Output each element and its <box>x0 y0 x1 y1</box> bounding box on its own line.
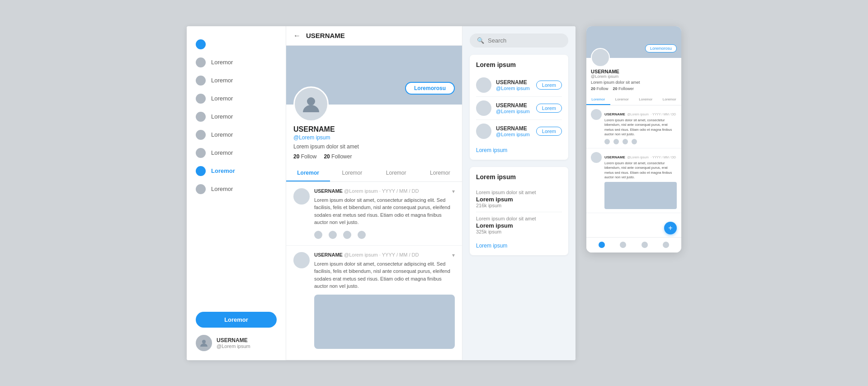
profile-avatar-wrap: Loremorosu <box>293 86 455 122</box>
trends-show-more[interactable]: Lorem ipsum <box>476 243 562 249</box>
tweet-avatar-1 <box>293 252 310 268</box>
trend-topic-0: Lorem ipsum <box>476 196 562 203</box>
mobile-follow-button[interactable]: Loremorosu <box>645 44 677 52</box>
tweet-user-info-1: USERNAME @Lorem ipsum · YYYY / MM / DD <box>314 252 419 257</box>
mobile-avatar-wrap: Loremorosu <box>591 48 677 67</box>
mobile-nav-dot-3[interactable] <box>663 242 669 248</box>
sidebar-item-6[interactable]: Loremor <box>187 144 286 162</box>
mobile-follower-count: 20 Follower <box>613 86 634 91</box>
mobile-tab-3[interactable]: Loremor <box>658 95 682 105</box>
tweet-action-dot-0[interactable] <box>314 231 322 239</box>
suggestion-avatar-1 <box>476 100 491 116</box>
suggestion-btn-2[interactable]: Lorem <box>536 127 562 136</box>
sidebar-label-8: Loremor <box>211 186 233 192</box>
trend-desc-1: Lorem ipsum dolor sit amet <box>476 216 562 221</box>
sidebar-item-0[interactable] <box>187 35 286 53</box>
suggestions-show-more[interactable]: Lorem ipsum <box>476 147 562 153</box>
mobile-tweet-user-1: USERNAME @Lorem ipsum · YYYY / MM / DD <box>604 152 677 160</box>
mobile-handle: @Lorem ipsum <box>591 74 677 79</box>
chevron-down-icon-0[interactable]: ▾ <box>452 188 455 195</box>
mobile-avatar <box>591 48 610 67</box>
search-bar[interactable]: 🔍 <box>470 33 568 48</box>
sidebar-item-8[interactable]: Loremor <box>187 180 286 198</box>
follow-count: 20 Follow <box>293 153 316 160</box>
trends-title: Lorem ipsum <box>476 173 562 181</box>
tweet-top-row-0: USERNAME @Lorem ipsum · YYYY / MM / DD ▾ <box>314 188 455 195</box>
tweet-action-dot-3[interactable] <box>358 231 366 239</box>
sidebar-dot-1 <box>196 57 206 67</box>
sidebar-user-area: USERNAME @Lorem ipsum <box>187 328 286 351</box>
search-input[interactable] <box>488 37 561 44</box>
tweet-action-dot-1[interactable] <box>329 231 337 239</box>
tweet-list: USERNAME @Lorem ipsum · YYYY / MM / DD ▾… <box>286 182 462 360</box>
suggestion-info-2: USERNAME @Lorem ipsum <box>496 125 532 137</box>
mobile-tab-2[interactable]: Loremor <box>634 95 658 105</box>
mobile-username: USERNAME <box>591 69 677 74</box>
mobile-nav-dot-1[interactable] <box>620 242 626 248</box>
profile-header-bar: ← USERNAME <box>286 26 462 46</box>
tweet-image-0 <box>314 295 455 349</box>
sidebar-item-2[interactable]: Loremor <box>187 71 286 90</box>
trend-desc-0: Lorem ipsum dolor sit amet <box>476 190 562 195</box>
mobile-tweet-avatar-1 <box>591 152 602 163</box>
suggestion-handle-1: @Lorem ipsum <box>496 109 532 114</box>
sidebar-item-1[interactable]: Loremor <box>187 53 286 71</box>
profile-header-title: USERNAME <box>306 32 345 39</box>
trend-count-0: 216k ipsum <box>476 203 562 208</box>
mobile-tweet-content-1: USERNAME @Lorem ipsum · YYYY / MM / DD L… <box>604 152 677 209</box>
profile-tab-0[interactable]: Loremor <box>286 165 330 181</box>
sidebar-username: USERNAME <box>217 337 250 343</box>
suggestions-card: Lorem ipsum USERNAME @Lorem ipsum Lorem … <box>470 55 568 160</box>
sidebar: Loremor Loremor Loremor Loremor Loremor <box>187 26 286 360</box>
mobile-fab-button[interactable]: + <box>664 222 677 234</box>
chevron-down-icon-1[interactable]: ▾ <box>452 252 455 258</box>
sidebar-dot-6 <box>196 148 206 158</box>
mobile-nav-dot-2[interactable] <box>642 242 648 248</box>
mobile-action-dot-3 <box>632 139 637 144</box>
svg-point-1 <box>307 97 315 105</box>
suggestion-name-2: USERNAME <box>496 125 532 132</box>
search-icon: 🔍 <box>477 37 484 44</box>
sidebar-action-button[interactable]: Loremor <box>196 312 277 328</box>
sidebar-label-7: Loremor <box>211 167 235 174</box>
tweet-user-info-0: USERNAME @Lorem ipsum · YYYY / MM / DD <box>314 188 419 194</box>
sidebar-dot-2 <box>196 76 206 86</box>
profile-username: USERNAME <box>293 125 455 133</box>
sidebar-item-4[interactable]: Loremor <box>187 108 286 126</box>
sidebar-item-3[interactable]: Loremor <box>187 90 286 108</box>
mobile-profile-info: Loremorosu USERNAME @Lorem ipsum Lorem i… <box>586 58 681 95</box>
tweet-action-dot-2[interactable] <box>343 231 351 239</box>
profile-tab-3[interactable]: Loremor <box>418 165 462 181</box>
trend-item-0: Lorem ipsum dolor sit amet Lorem ipsum 2… <box>476 186 562 212</box>
sidebar-dot-3 <box>196 94 206 104</box>
sidebar-dot-4 <box>196 112 206 122</box>
suggestions-title: Lorem ipsum <box>476 61 562 68</box>
suggestion-2: USERNAME @Lorem ipsum Lorem <box>476 120 562 143</box>
profile-tab-1[interactable]: Loremor <box>330 165 374 181</box>
sidebar-item-7[interactable]: Loremor <box>187 162 286 180</box>
desktop-mockup: Loremor Loremor Loremor Loremor Loremor <box>187 26 576 360</box>
mobile-follow-count: 20 Follow <box>591 86 609 91</box>
mobile-action-dot-0 <box>604 139 610 144</box>
sidebar-dot-8 <box>196 184 206 194</box>
back-icon[interactable]: ← <box>293 32 301 40</box>
mobile-tab-0[interactable]: Loremor <box>586 95 610 105</box>
profile-tab-2[interactable]: Loremor <box>374 165 418 181</box>
sidebar-dot-0 <box>196 39 206 49</box>
suggestion-0: USERNAME @Lorem ipsum Lorem <box>476 74 562 97</box>
sidebar-footer: Loremor <box>187 305 286 328</box>
tweet-item-0: USERNAME @Lorem ipsum · YYYY / MM / DD ▾… <box>286 182 462 246</box>
profile-avatar <box>293 86 329 122</box>
profile-panel: ← USERNAME Loremorosu USERNAME @Lorem ip… <box>286 26 462 360</box>
mobile-tab-1[interactable]: Loremor <box>610 95 634 105</box>
profile-stats: 20 Follow 20 Follower <box>293 153 455 160</box>
sidebar-item-5[interactable]: Loremor <box>187 126 286 144</box>
suggestion-btn-1[interactable]: Lorem <box>536 104 562 113</box>
mobile-tweet-image-0 <box>604 182 677 209</box>
mobile-nav-dot-0[interactable] <box>599 242 605 248</box>
suggestion-btn-0[interactable]: Lorem <box>536 81 562 90</box>
mobile-tweet-avatar-0 <box>591 109 602 120</box>
sidebar-label-3: Loremor <box>211 95 233 102</box>
follow-button[interactable]: Loremorosu <box>405 82 455 95</box>
sidebar-label-5: Loremor <box>211 131 233 138</box>
